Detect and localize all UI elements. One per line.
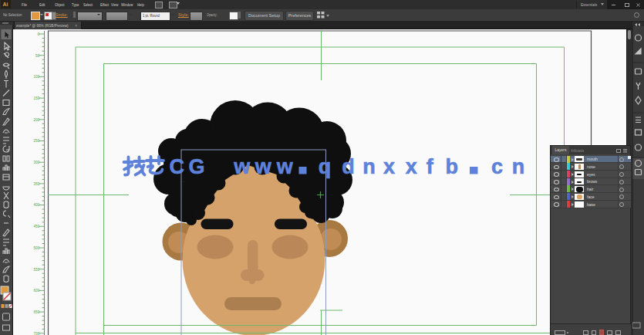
svg-text:50: 50 xyxy=(35,54,40,58)
svg-text:250: 250 xyxy=(33,139,39,143)
svg-text:100: 100 xyxy=(33,75,39,79)
svg-text:400: 400 xyxy=(33,203,39,207)
svg-text:550: 550 xyxy=(33,268,39,272)
svg-text:700: 700 xyxy=(33,332,39,335)
svg-text:600: 600 xyxy=(33,289,39,293)
svg-text:500: 500 xyxy=(33,246,39,250)
svg-text:650: 650 xyxy=(33,310,39,314)
svg-text:450: 450 xyxy=(33,225,39,228)
svg-text:150: 150 xyxy=(33,96,39,100)
svg-text:wwwqdnxxfbcn: wwwqdnxxfbcn xyxy=(233,155,524,178)
svg-text:350: 350 xyxy=(33,182,39,186)
svg-text:300: 300 xyxy=(33,161,39,164)
svg-text:200: 200 xyxy=(33,118,39,122)
